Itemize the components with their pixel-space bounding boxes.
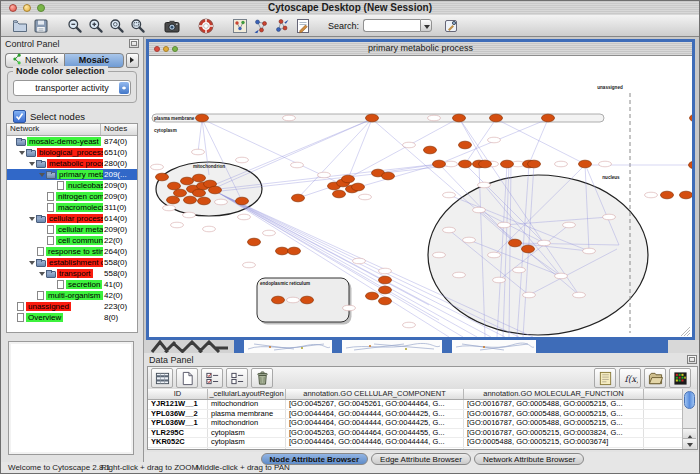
- graph-edge[interactable]: [334, 118, 459, 186]
- graph-node[interactable]: [174, 189, 187, 197]
- graph-node[interactable]: [501, 160, 514, 168]
- zoom-selected-icon[interactable]: [127, 16, 148, 35]
- network-view-window[interactable]: primary metabolic process plasma membran…: [146, 39, 695, 340]
- annotation-icon[interactable]: [292, 16, 313, 35]
- background-windows-strip[interactable]: [144, 340, 700, 353]
- snapshot-icon[interactable]: [161, 16, 182, 35]
- resize-grip-icon[interactable]: [684, 330, 690, 336]
- open-session-icon[interactable]: [9, 16, 30, 35]
- tree-row[interactable]: Overview8(0): [7, 312, 137, 323]
- graph-node[interactable]: [382, 172, 395, 180]
- graph-edge[interactable]: [352, 164, 439, 189]
- float-panel-icon[interactable]: [129, 39, 139, 48]
- region-nucleus[interactable]: [428, 175, 648, 335]
- graph-node[interactable]: [542, 114, 555, 122]
- close-window-button[interactable]: [9, 4, 17, 12]
- tree-row[interactable]: macromolecule311(0): [7, 202, 137, 213]
- expand-arrow-icon[interactable]: [39, 170, 46, 179]
- scroll-down-icon[interactable]: [683, 438, 696, 449]
- graph-node[interactable]: [342, 175, 355, 183]
- graph-node[interactable]: [196, 114, 209, 122]
- column-header[interactable]: _cellularLayoutRegion: [208, 389, 286, 399]
- scrollbar-thumb[interactable]: [684, 391, 695, 409]
- graph-node[interactable]: [379, 286, 392, 294]
- unselect-attributes-icon[interactable]: [226, 368, 248, 388]
- tree-row[interactable]: multi-organism pro42(0): [7, 290, 137, 301]
- graph-node[interactable]: [248, 238, 261, 246]
- tree-row[interactable]: unassigned223(0): [7, 301, 137, 312]
- tree-row[interactable]: cellular process614(0): [7, 213, 137, 224]
- graph-node[interactable]: [209, 186, 222, 194]
- create-attribute-icon[interactable]: [176, 368, 198, 388]
- graph-node[interactable]: [301, 296, 314, 304]
- maximize-window-button[interactable]: [37, 4, 45, 12]
- graph-node[interactable]: [333, 190, 346, 198]
- attribute-table-icon[interactable]: [151, 368, 173, 388]
- close-view-button[interactable]: [154, 46, 160, 52]
- report-icon[interactable]: [594, 368, 616, 388]
- graph-node[interactable]: [459, 141, 472, 149]
- graph-node[interactable]: [184, 196, 197, 204]
- table-row[interactable]: YPL036W__2plasma membrane[GO:0044464, GO…: [148, 410, 683, 420]
- tree-row[interactable]: mosaic-demo-yeast874(0): [7, 136, 137, 147]
- graph-node[interactable]: [690, 114, 693, 122]
- formula-icon[interactable]: f(x): [619, 368, 641, 388]
- zoom-fit-icon[interactable]: [106, 16, 127, 35]
- graph-node[interactable]: [168, 182, 181, 190]
- graph-node[interactable]: [661, 191, 674, 199]
- expand-arrow-icon[interactable]: [19, 148, 26, 157]
- table-row[interactable]: YJR121W__1mitochondrion[GO:0045267, GO:0…: [148, 400, 683, 410]
- save-session-icon[interactable]: [30, 16, 51, 35]
- graph-node[interactable]: [156, 173, 169, 181]
- delete-attribute-icon[interactable]: [251, 368, 273, 388]
- graph-node[interactable]: [366, 292, 379, 300]
- graph-node[interactable]: [689, 161, 693, 169]
- tree-row[interactable]: primary metabo209(...: [7, 169, 137, 180]
- network-canvas[interactable]: plasma membranecytoplasmmitochondrionnuc…: [149, 55, 692, 337]
- graph-node[interactable]: [379, 297, 392, 305]
- window-titlebar[interactable]: Cytoscape Desktop (New Session): [1, 1, 699, 16]
- minimize-window-button[interactable]: [23, 4, 31, 12]
- column-header[interactable]: ID: [148, 389, 208, 399]
- graph-node[interactable]: [509, 239, 522, 247]
- tree-row[interactable]: cellular metabo209(0): [7, 224, 137, 235]
- graph-node[interactable]: [579, 160, 592, 168]
- graph-edge[interactable]: [496, 119, 585, 164]
- expand-arrow-icon[interactable]: [29, 258, 36, 267]
- graph-node[interactable]: [453, 114, 466, 122]
- table-row[interactable]: YPL036W__1mitochondrion[GO:0044464, GO:0…: [148, 419, 683, 429]
- birds-eye-view-panel[interactable]: [8, 341, 134, 455]
- tree-row[interactable]: response to stimulu264(0): [7, 246, 137, 257]
- column-header[interactable]: annotation.GO CELLULAR_COMPONENT: [286, 389, 464, 399]
- help-icon[interactable]: [195, 16, 216, 35]
- graph-edge[interactable]: [198, 119, 202, 152]
- graph-node[interactable]: [292, 194, 305, 202]
- graph-node[interactable]: [193, 174, 206, 182]
- maximize-view-button[interactable]: [172, 46, 178, 52]
- graph-node[interactable]: [167, 196, 180, 204]
- tree-row[interactable]: secretion41(0): [7, 279, 137, 290]
- graph-node[interactable]: [193, 189, 206, 197]
- first-neighbors-icon[interactable]: [250, 16, 271, 35]
- zoom-out-icon[interactable]: [64, 16, 85, 35]
- import-attributes-icon[interactable]: [644, 368, 666, 388]
- graph-node[interactable]: [424, 146, 437, 154]
- graph-node[interactable]: [522, 245, 535, 253]
- resize-grip-icon[interactable]: [687, 333, 690, 336]
- network-view-titlebar[interactable]: primary metabolic process: [149, 42, 692, 56]
- tree-row[interactable]: transport558(0): [7, 268, 137, 279]
- graph-node[interactable]: [459, 160, 472, 168]
- float-data-panel-icon[interactable]: [687, 355, 697, 364]
- graph-node[interactable]: [366, 114, 379, 122]
- graph-node[interactable]: [272, 296, 285, 304]
- search-dropdown-button[interactable]: [420, 19, 432, 32]
- graph-node[interactable]: [236, 197, 249, 205]
- zoom-in-icon[interactable]: [85, 16, 106, 35]
- graph-node[interactable]: [276, 247, 289, 255]
- expand-arrow-icon[interactable]: [39, 269, 46, 278]
- tree-row[interactable]: establishment of lo558(0): [7, 257, 137, 268]
- table-row[interactable]: YDR039C__1mitochondrion[GO:0044464, GO:0…: [148, 448, 683, 450]
- configure-search-icon[interactable]: [440, 16, 461, 35]
- tree-column-nodes[interactable]: Nodes: [101, 124, 137, 135]
- graph-node[interactable]: [433, 160, 446, 168]
